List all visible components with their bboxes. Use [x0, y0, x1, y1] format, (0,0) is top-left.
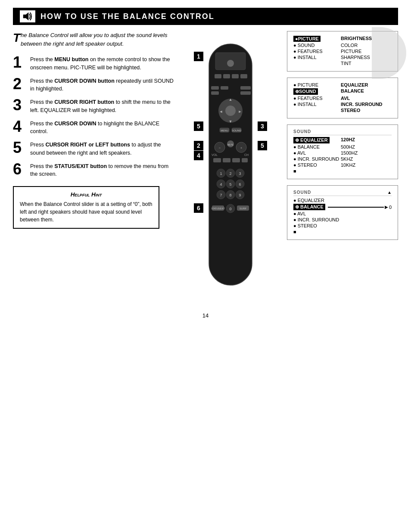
- step-text-3: Press the CURSOR RIGHT button to shift t…: [30, 97, 177, 115]
- svg-marker-0: [23, 12, 28, 20]
- step-number-5: 5: [13, 140, 28, 156]
- menu-item-tint: TINT: [341, 61, 392, 66]
- menu3-label: SOUND: [293, 129, 392, 135]
- step-5: 5 Press CURSOR RIGHT or LEFT buttons to …: [13, 140, 177, 157]
- svg-rect-14: [211, 86, 219, 90]
- menu4-row-incr: ● INCR. SURROUND: [293, 217, 392, 222]
- menu3-item-avl: ● AVL: [293, 150, 341, 156]
- svg-text:−: −: [219, 146, 221, 150]
- svg-text:SURF: SURF: [240, 207, 247, 210]
- svg-rect-16: [211, 91, 219, 95]
- menu3-item-incr: ● INCR. SURROUND: [293, 156, 341, 162]
- step-number-3: 3: [13, 97, 28, 113]
- page-title: How to Use the Balance Control: [40, 12, 215, 21]
- slider-arrow: ▶: [385, 205, 388, 209]
- menu4-row-marker: ■: [293, 229, 392, 234]
- svg-rect-13: [240, 74, 247, 78]
- svg-text:CH: CH: [244, 153, 249, 156]
- step-text-1: Press the MENU button on the remote cont…: [30, 55, 177, 72]
- menu2-empty: [293, 108, 341, 113]
- svg-text:MENU: MENU: [221, 129, 228, 132]
- svg-text:+: +: [240, 146, 243, 150]
- menu2-row-features: ● FEATURES AVL: [293, 96, 392, 101]
- menu-box-3: SOUND ⊕ EQUALIZER 120HZ ● BALANCE 500HZ …: [287, 124, 398, 179]
- menu3-row-incr: ● INCR. SURROUND 5KHZ: [293, 156, 392, 162]
- menu-item-brightness: BRIGHTNESS: [341, 36, 392, 42]
- svg-rect-1: [209, 44, 252, 285]
- menu-row-picture: ●PICTURE BRIGHTNESS: [293, 36, 392, 42]
- step-4: 4 Press the CURSOR DOWN to highlight the…: [13, 119, 177, 136]
- step-number-1: 1: [13, 55, 28, 70]
- menu2-item-install: ● INSTALL: [293, 102, 341, 107]
- menu-row-features: ● FEATURES PICTURE: [293, 49, 392, 54]
- svg-text:4: 4: [197, 152, 200, 159]
- menu3-row-stereo: ● STEREO 10KHZ: [293, 162, 392, 168]
- svg-rect-32: [223, 158, 230, 162]
- svg-text:2: 2: [197, 142, 200, 149]
- step-text-4: Press the CURSOR DOWN to highlight the B…: [30, 119, 177, 136]
- steps-list: 1 Press the MENU button on the remote co…: [13, 55, 177, 178]
- menu4-row-avl: ● AVL: [293, 211, 392, 216]
- main-content: The Balance Control will allow you to ad…: [13, 31, 398, 299]
- step-text-6: Press the STATUS/EXIT button to remove t…: [30, 162, 177, 179]
- page-number: 14: [0, 312, 411, 327]
- svg-text:6: 6: [197, 205, 200, 212]
- menu-row-tint: TINT: [293, 61, 392, 66]
- svg-point-3: [227, 60, 234, 67]
- remote-container: ▲ ▼ ◄ ► MENU SOUND: [185, 31, 276, 299]
- svg-text:1: 1: [220, 171, 222, 176]
- intro-text: he Balance Control will allow you to adj…: [21, 32, 167, 47]
- step-text-5: Press CURSOR RIGHT or LEFT buttons to ad…: [30, 140, 177, 157]
- menu-item-picture: ●PICTURE: [293, 36, 341, 42]
- menu3-item-balance: ● BALANCE: [293, 144, 341, 149]
- menu-item-sound: ● SOUND: [293, 43, 341, 48]
- slider-line-left: [328, 207, 384, 208]
- svg-text:6: 6: [239, 182, 241, 187]
- svg-rect-12: [232, 74, 239, 78]
- menu-empty-1: [293, 61, 341, 66]
- menu3-row-equalizer: ⊕ EQUALIZER 120HZ: [293, 137, 392, 143]
- intro-paragraph: The Balance Control will allow you to ad…: [13, 31, 177, 48]
- menu2-item-avl: AVL: [341, 96, 392, 101]
- menu3-item-1500hz: 1500HZ: [341, 150, 392, 156]
- svg-text:8: 8: [229, 193, 231, 197]
- step-number-4: 4: [13, 119, 28, 134]
- menu-row-sound: ● SOUND COLOR: [293, 43, 392, 48]
- menu4-row-balance: ⊕ BALANCE ▶ 0: [293, 204, 392, 210]
- svg-text:►: ►: [238, 109, 242, 114]
- drop-cap: T: [13, 32, 20, 44]
- menu-item-picture2: PICTURE: [341, 49, 392, 54]
- menu3-item-500hz: 500HZ: [341, 144, 392, 149]
- svg-text:VOL: VOL: [212, 153, 218, 156]
- svg-text:3: 3: [239, 171, 241, 176]
- menu3-marker: ■: [293, 168, 341, 174]
- menu2-item-picture: ● PICTURE: [293, 82, 341, 87]
- svg-text:MUTE: MUTE: [227, 143, 234, 146]
- left-column: The Balance Control will allow you to ad…: [13, 31, 177, 299]
- step-number-6: 6: [13, 162, 28, 177]
- menu-item-features: ● FEATURES: [293, 49, 341, 54]
- right-column: ●PICTURE BRIGHTNESS ● SOUND COLOR ● FEAT…: [287, 31, 398, 299]
- svg-text:5: 5: [229, 182, 231, 187]
- svg-text:SOUND: SOUND: [232, 129, 241, 132]
- menu-box-1: ●PICTURE BRIGHTNESS ● SOUND COLOR ● FEAT…: [287, 31, 398, 72]
- menu3-item-stereo: ● STEREO: [293, 162, 341, 168]
- hint-text: When the Balance Control slider is at a …: [20, 200, 153, 224]
- svg-rect-18: [240, 91, 251, 95]
- svg-text:4: 4: [220, 182, 222, 187]
- svg-rect-34: [242, 158, 248, 162]
- page-header: How to Use the Balance Control: [13, 8, 398, 25]
- menu4-label: SOUND: [293, 190, 311, 195]
- hint-box: Helpful Hint When the Balance Control sl…: [13, 186, 159, 229]
- menu2-item-equalizer: EQUALIZER: [341, 82, 392, 87]
- menu3-row-avl: ● AVL 1500HZ: [293, 150, 392, 156]
- svg-text:7: 7: [220, 193, 222, 197]
- step-1: 1 Press the MENU button on the remote co…: [13, 55, 177, 72]
- svg-rect-11: [223, 74, 230, 78]
- svg-rect-15: [221, 86, 228, 90]
- menu-item-install: ● INSTALL: [293, 55, 341, 60]
- svg-rect-17: [240, 86, 251, 90]
- menu2-item-stereo: STEREO: [341, 108, 392, 113]
- svg-text:0: 0: [229, 207, 231, 211]
- svg-text:5: 5: [261, 142, 264, 149]
